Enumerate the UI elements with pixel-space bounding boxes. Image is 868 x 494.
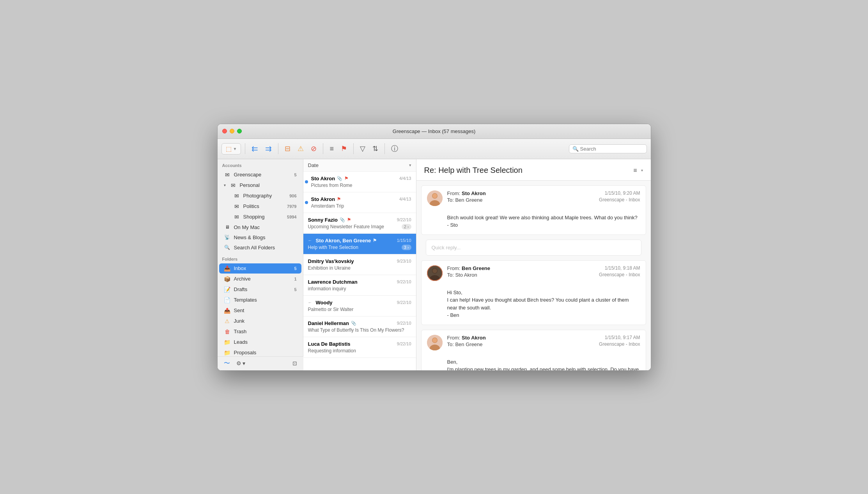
filter-button[interactable]: ▽ — [358, 143, 368, 155]
sidebar-item-search-all[interactable]: 🔍 Search All Folders — [219, 243, 301, 252]
templates-icon: 📄 — [224, 297, 231, 303]
email-item-e2[interactable]: Sto Akron ⚑ 4/4/13 Amsterdam Trip — [303, 192, 416, 213]
sent-icon: 📤 — [224, 307, 231, 314]
activity-button[interactable]: 〜 — [222, 359, 232, 368]
sidebar-footer: 〜 ⚙ ▾ ⊡ — [218, 356, 303, 370]
email-list-header: Date ▾ — [303, 159, 416, 172]
junk-button[interactable]: ⚠ — [295, 143, 306, 155]
quick-reply-placeholder: Quick reply... — [432, 245, 461, 251]
message-card-header-m1: From: Sto Akron 1/15/10, 9:20 AM To: Ben… — [422, 186, 646, 211]
politics-label: Politics — [243, 203, 284, 209]
trash-label: Trash — [234, 329, 297, 334]
email-date: 9/22/10 — [397, 321, 411, 325]
sort-arrow-icon[interactable]: ▾ — [409, 163, 411, 168]
email-item-e1[interactable]: Sto Akron 📎 ⚑ 4/4/13 Pictures from Rome — [303, 172, 416, 192]
message-inbox-m3: Greenscape - Inbox — [599, 341, 640, 347]
message-meta-row-from: From: Sto Akron 1/15/10, 9:20 AM — [447, 190, 640, 196]
email-header: ← Sto Akron, Ben Greene ⚑ 1/15/10 — [308, 238, 411, 243]
settings-button[interactable]: ⚙ ▾ — [235, 359, 247, 367]
templates-label: Templates — [234, 297, 297, 303]
email-item-e7[interactable]: ← Woody 9/22/10 Palmetto or Sir Walter — [303, 296, 416, 316]
flag-marker-icon: ⚑ — [373, 238, 377, 243]
archive-button[interactable]: ⊟ — [282, 143, 293, 155]
search-all-icon: 🔍 — [224, 245, 231, 250]
flag-button[interactable]: ⚑ — [338, 143, 349, 155]
email-subject: Help with Tree Selection — [308, 245, 358, 250]
search-box[interactable]: 🔍 — [569, 144, 647, 153]
fullscreen-button[interactable] — [237, 129, 242, 133]
minimize-button[interactable] — [230, 129, 234, 133]
email-subject: Upcoming Newsletter Feature Image — [308, 224, 384, 229]
email-header: Lawrence Dutchman 9/22/10 — [308, 279, 411, 285]
flag-marker-icon: ⚑ — [337, 197, 341, 202]
close-button[interactable] — [222, 129, 227, 133]
inbox-label: Inbox — [234, 265, 291, 271]
email-subject: Requesting information — [308, 348, 411, 354]
sidebar-item-greenscape[interactable]: ✉ Greenscape 5 — [219, 170, 301, 180]
reply-all-button[interactable]: ⇇ — [249, 142, 260, 155]
compose-button[interactable]: ⬚ ▼ — [221, 143, 241, 155]
trash-icon: 🗑 — [224, 329, 231, 335]
message-meta-m3: From: Sto Akron 1/15/10, 9:17 AM To: Ben… — [447, 335, 640, 348]
search-input[interactable] — [580, 146, 643, 152]
email-item-e4[interactable]: ← Sto Akron, Ben Greene ⚑ 1/15/10 Help w… — [303, 234, 416, 254]
message-inbox-m1: Greenscape - Inbox — [599, 197, 640, 203]
shopping-badge: 5994 — [287, 215, 296, 219]
email-item-e9[interactable]: Luca De Baptistis 9/22/10 Requesting inf… — [303, 337, 416, 358]
drafts-badge: 5 — [294, 287, 296, 292]
message-to-m3: To: Ben Greene — [447, 341, 483, 347]
toolbar: ⬚ ▼ ⇇ ⇉ ⊟ ⚠ ⊘ ≡ ⚑ ▽ ⇅ — [218, 139, 651, 159]
filter-icon: ▽ — [360, 144, 365, 153]
message-thread: From: Sto Akron 1/15/10, 9:20 AM To: Ben… — [416, 181, 651, 370]
forward-button[interactable]: ⇉ — [263, 142, 274, 155]
email-sender: Lawrence Dutchman — [308, 279, 358, 285]
sidebar-item-politics[interactable]: ✉ Politics 7979 — [219, 201, 301, 211]
email-date: 9/23/10 — [397, 259, 411, 263]
email-item-e3[interactable]: Sonny Fazio 📎 ⚑ 9/22/10 Upcoming Newslet… — [303, 213, 416, 234]
sidebar-item-news-blogs[interactable]: 📡 News & Blogs — [219, 233, 301, 242]
sidebar-item-templates[interactable]: 📄 Templates — [219, 295, 301, 305]
info-button[interactable]: ⓘ — [389, 142, 400, 155]
avatar-sto-2 — [427, 335, 443, 350]
sidebar-item-archive[interactable]: 📦 Archive 1 — [219, 274, 301, 284]
message-menu-button[interactable]: ≡ — [631, 165, 639, 176]
email-sender: ← Woody — [308, 300, 333, 306]
avatar-ben-1 — [427, 265, 443, 281]
archive-folder-icon: 📦 — [224, 276, 231, 282]
sidebar-item-junk[interactable]: ⚠ Junk — [219, 316, 301, 326]
message-header-actions: ≡ ▾ — [631, 165, 643, 176]
message-timestamp-m3: 1/15/10, 9:17 AM — [605, 335, 640, 341]
sidebar-item-photography[interactable]: ✉ Photography 906 — [219, 191, 301, 201]
email-subject-row: Upcoming Newsletter Feature Image 2 › — [308, 224, 411, 229]
quick-reply-box[interactable]: Quick reply... — [426, 240, 641, 256]
message-meta-row-to: To: Sto Akron Greenscape - Inbox — [447, 272, 640, 278]
main-content: Accounts ✉ Greenscape 5 ▾ ✉ Personal ✉ P… — [218, 159, 651, 370]
junk-folder-icon: ⚠ — [224, 318, 231, 324]
inbox-icon: 📥 — [224, 265, 231, 272]
email-item-e5[interactable]: Dmitry Vas'kovskiy 9/23/10 Exhibition in… — [303, 254, 416, 275]
sidebar-item-on-my-mac[interactable]: 🖥 On My Mac — [219, 222, 301, 232]
email-item-e6[interactable]: Lawrence Dutchman 9/22/10 information in… — [303, 275, 416, 296]
archive-icon: ⊟ — [285, 144, 291, 153]
email-item-e8[interactable]: Daniel Hellerman 📎 9/22/10 What Type of … — [303, 316, 416, 337]
avatar-sto-1 — [427, 190, 443, 206]
email-sender: Dmitry Vas'kovskiy — [308, 258, 354, 264]
arrange-button[interactable]: ⇅ — [370, 143, 381, 155]
mark-icon: ≡ — [329, 145, 334, 153]
collapse-button[interactable]: ⊡ — [291, 359, 299, 367]
delete-button[interactable]: ⊘ — [308, 143, 319, 155]
message-meta-m1: From: Sto Akron 1/15/10, 9:20 AM To: Ben… — [447, 190, 640, 204]
toolbar-sep-5 — [384, 143, 385, 154]
sidebar-item-sent[interactable]: 📤 Sent — [219, 306, 301, 316]
sidebar-item-inbox[interactable]: 📥 Inbox 5 — [219, 263, 301, 274]
title-bar: Greenscape — Inbox (57 messages) — [218, 124, 651, 139]
sidebar-item-leads[interactable]: 📁 Leads — [219, 337, 301, 347]
personal-inbox-icon: ✉ — [230, 182, 237, 188]
sidebar-item-drafts[interactable]: 📝 Drafts 5 — [219, 284, 301, 295]
sidebar-item-personal[interactable]: ▾ ✉ Personal — [219, 180, 301, 190]
sidebar-item-trash[interactable]: 🗑 Trash — [219, 327, 301, 337]
traffic-lights — [222, 129, 242, 133]
sidebar-item-shopping[interactable]: ✉ Shopping 5994 — [219, 212, 301, 222]
mark-button[interactable]: ≡ — [327, 143, 336, 155]
message-card-m3: From: Sto Akron 1/15/10, 9:17 AM To: Ben… — [421, 330, 646, 370]
